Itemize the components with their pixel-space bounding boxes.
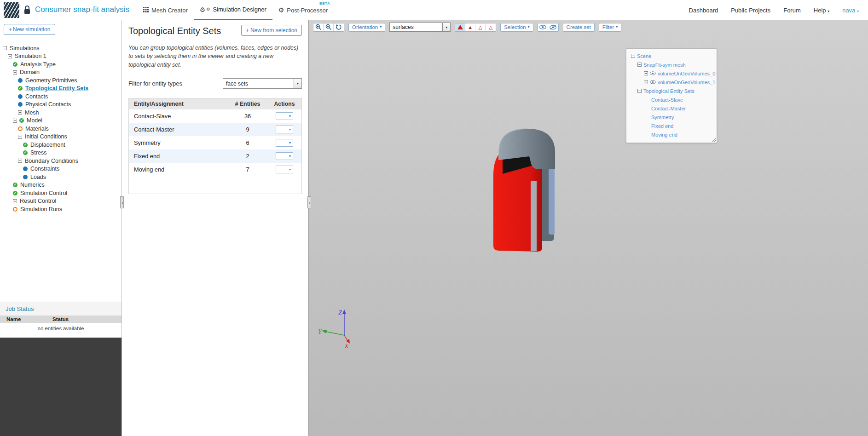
wireframe-view-button[interactable]: △	[475, 23, 486, 31]
scene-item-fixed-end[interactable]: Fixed end	[628, 121, 715, 130]
actions-cell: ▾	[267, 139, 301, 147]
snap-fit-model[interactable]	[487, 127, 561, 257]
scene-item-label: Fixed end	[651, 123, 673, 129]
selection-dropdown[interactable]: Selection▾	[500, 23, 533, 32]
tree-item-label: Initial Conditions	[25, 133, 67, 140]
visibility-eye-icon[interactable]	[650, 80, 656, 84]
entity-type-select[interactable]: face sets ▼	[223, 78, 302, 89]
scene-item-contact-slave[interactable]: Contact-Slave	[628, 95, 715, 104]
tree-item-simulation-runs[interactable]: Simulation Runs	[0, 205, 122, 213]
tree-item-model[interactable]: −✓Model	[0, 117, 122, 125]
scene-item-label: Moving end	[651, 132, 677, 138]
caret-down-icon: ▾	[287, 153, 293, 160]
reset-view-button[interactable]	[334, 23, 344, 31]
tree-item-simulations[interactable]: −Simulations	[0, 44, 122, 52]
surfaces-view-button[interactable]	[455, 23, 465, 31]
row-actions-select[interactable]: ▾	[276, 166, 293, 173]
scene-item-snapfit-sym-mesh[interactable]: −SnapFit-sym mesh	[628, 60, 715, 69]
visibility-eye-icon[interactable]	[650, 71, 656, 75]
create-set-button[interactable]: Create set	[563, 23, 595, 32]
scene-item-scene[interactable]: −Scene	[628, 52, 715, 60]
collapse-icon[interactable]: −	[637, 63, 642, 67]
scene-item-volumeongeovolumes-0[interactable]: +volumeOnGeoVolumes_0	[628, 69, 715, 78]
row-actions-select[interactable]: ▾	[276, 112, 293, 120]
tree-item-materials[interactable]: Materials	[0, 125, 122, 133]
link-public-projects[interactable]: Public Projects	[731, 7, 770, 14]
scene-item-topological-entity-sets[interactable]: −Topological Entity Sets	[628, 86, 715, 95]
visibility-button-group	[538, 23, 559, 32]
collapse-icon[interactable]: −	[637, 89, 642, 93]
tree-item-result-control[interactable]: +Result Control	[0, 197, 122, 206]
tree-item-geometry-primitives[interactable]: Geometry Primitives	[0, 76, 122, 85]
scene-tree-panel[interactable]: −Scene−SnapFit-sym mesh+volumeOnGeoVolum…	[626, 48, 717, 143]
table-row-contact-master[interactable]: Contact-Master9▾	[129, 123, 301, 136]
new-simulation-button[interactable]: +New simulation	[4, 24, 55, 35]
tree-item-loads[interactable]: Loads	[0, 173, 122, 181]
row-actions-select[interactable]: ▾	[276, 126, 293, 133]
expand-icon[interactable]: +	[644, 80, 648, 84]
table-row-contact-slave[interactable]: Contact-Slave36▾	[129, 109, 301, 123]
collapse-icon[interactable]: −	[631, 54, 635, 58]
collapse-icon[interactable]: −	[13, 119, 17, 123]
user-menu[interactable]: nava ▾	[842, 7, 859, 14]
tab-simulation-designer[interactable]: ⚙⚙ Simulation Designer	[194, 0, 272, 20]
collapse-icon[interactable]: −	[3, 46, 7, 50]
tree-item-topological-entity-sets[interactable]: ✓Topological Entity Sets	[0, 85, 122, 93]
app-logo-icon[interactable]	[4, 2, 19, 18]
render-mode-select[interactable]: surfaces ▼	[389, 23, 451, 32]
zoom-button-group	[313, 23, 344, 32]
tree-item-boundary-conditions[interactable]: −Boundary Conditions	[0, 157, 122, 165]
caret-down-icon: ▼	[442, 23, 450, 31]
expand-icon[interactable]: +	[18, 110, 22, 115]
tab-mesh-creator[interactable]: Mesh Creator	[137, 0, 194, 20]
panel-resize-handle[interactable]: ◂	[307, 196, 311, 208]
table-row-fixed-end[interactable]: Fixed end2▾	[129, 149, 301, 163]
tree-item-displacement[interactable]: ✓Displacement	[0, 141, 122, 149]
collapse-icon[interactable]: −	[18, 159, 22, 163]
tree-item-physical-contacts[interactable]: Physical Contacts	[0, 101, 122, 109]
tree-item-stress[interactable]: ✓Stress	[0, 149, 122, 157]
main-tabs: Mesh Creator ⚙⚙ Simulation Designer BETA…	[137, 0, 334, 20]
table-row-moving-end[interactable]: Moving end7▾	[129, 163, 301, 176]
hide-selection-button[interactable]	[548, 23, 558, 31]
tree-item-simulation-1[interactable]: −Simulation 1	[0, 52, 122, 61]
project-title[interactable]: Consumer snap-fit analysis	[35, 5, 129, 14]
show-selection-button[interactable]	[538, 23, 548, 31]
tree-item-constraints[interactable]: Constraints	[0, 165, 122, 173]
feature-edges-view-button[interactable]: △	[486, 23, 496, 31]
filter-dropdown[interactable]: Filter▾	[599, 23, 622, 32]
link-dashboard[interactable]: Dashboard	[689, 7, 718, 14]
zoom-in-button[interactable]	[313, 23, 324, 31]
scene-item-symmetry[interactable]: Symmetry	[628, 113, 715, 121]
scene-tree-list: −Scene−SnapFit-sym mesh+volumeOnGeoVolum…	[628, 52, 715, 139]
scene-item-moving-end[interactable]: Moving end	[628, 130, 715, 139]
scene-item-contact-master[interactable]: Contact-Master	[628, 104, 715, 113]
scene-item-volumeongeovolumes-1[interactable]: +volumeOnGeoVolumes_1	[628, 78, 715, 86]
row-actions-select[interactable]: ▾	[276, 152, 293, 160]
sidebar-resize-handle[interactable]: ◂	[120, 196, 124, 208]
orientation-dropdown[interactable]: Orientation▾	[348, 23, 385, 32]
collapse-icon[interactable]: −	[13, 70, 17, 75]
collapse-icon[interactable]: −	[8, 54, 12, 58]
expand-icon[interactable]: +	[13, 199, 17, 203]
tree-item-domain[interactable]: −Domain	[0, 69, 122, 77]
collapse-icon[interactable]: −	[18, 135, 22, 139]
surfaces-edges-view-button[interactable]: ▲	[465, 23, 475, 31]
tree-item-initial-conditions[interactable]: −Initial Conditions	[0, 133, 122, 141]
tree-item-contacts[interactable]: Contacts	[0, 92, 122, 101]
expand-icon[interactable]: +	[644, 71, 648, 75]
tree-item-simulation-control[interactable]: ✓Simulation Control	[0, 189, 122, 197]
tree-item-mesh[interactable]: +Mesh	[0, 109, 122, 117]
help-menu[interactable]: Help ▾	[814, 7, 829, 14]
viewer-3d[interactable]: Orientation▾ surfaces ▼ ▲ △ △ Selection▾	[309, 20, 868, 436]
job-status-section: Job Status Name Status no entities avail…	[0, 302, 122, 334]
row-actions-select[interactable]: ▾	[276, 139, 293, 147]
tree-item-analysis-type[interactable]: ✓Analysis Type	[0, 60, 122, 69]
new-from-selection-button[interactable]: +New from selection	[241, 25, 302, 36]
tab-post-processor[interactable]: BETA ⚙ Post-Processor	[272, 0, 334, 20]
tree-item-numerics[interactable]: ✓Numerics	[0, 181, 122, 189]
link-forum[interactable]: Forum	[783, 7, 801, 14]
tree-item-label: Simulation 1	[15, 53, 46, 59]
zoom-out-button[interactable]	[324, 23, 334, 31]
table-row-symmetry[interactable]: Symmetry6▾	[129, 136, 301, 149]
